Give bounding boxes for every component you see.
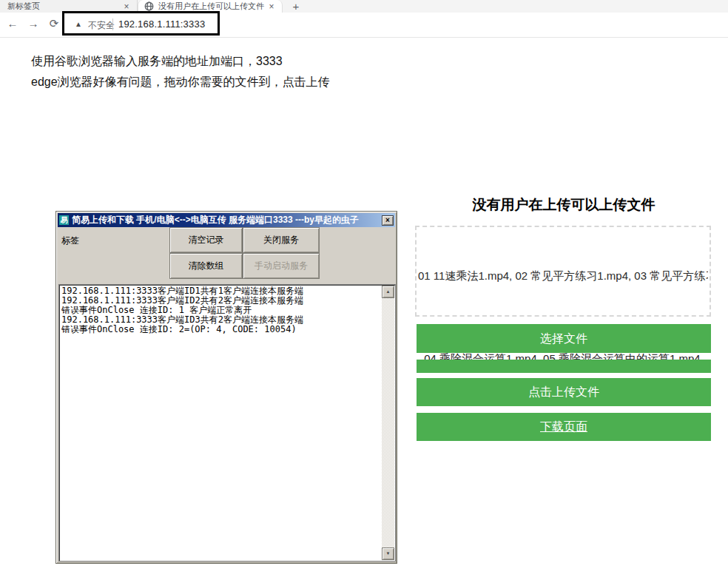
log-line: 错误事件OnClose 连接ID: 2=(OP: 4, CODE: 10054) xyxy=(61,325,380,334)
vertical-scrollbar[interactable]: ▲ ▼ xyxy=(382,286,394,560)
clear-records-button[interactable]: 清空记录 xyxy=(169,227,243,253)
log-lines: 192.168.1.111:3333客户端ID1共有1客户端连接本服务端 192… xyxy=(61,286,380,334)
link-label: 下载页面 xyxy=(540,420,587,433)
omnibox-divider xyxy=(112,18,113,30)
globe-icon xyxy=(144,1,154,11)
window-close-button[interactable]: × xyxy=(382,215,394,226)
not-secure-warning-icon: ▲ xyxy=(75,20,82,28)
static-label: 标签 xyxy=(61,235,79,247)
app-logo-icon: 易 xyxy=(59,215,69,225)
address-url[interactable]: 192.168.1.111:3333 xyxy=(118,18,205,30)
tab-upload-page[interactable]: 没有用户在上传可以上传文件 × xyxy=(138,0,283,13)
instruction-line-1: 使用谷歌浏览器输入服务端的地址加端口，3333 xyxy=(31,54,283,70)
clear-array-button[interactable]: 清除数组 xyxy=(169,253,243,279)
back-icon[interactable]: ← xyxy=(4,17,21,30)
scroll-down-icon[interactable]: ▼ xyxy=(382,547,394,560)
download-page-link[interactable]: 下载页面 xyxy=(417,413,711,441)
instruction-line-2: edge浏览器好像有问题，拖动你需要的文件到，点击上传 xyxy=(31,75,330,90)
connection-log-box[interactable]: 192.168.1.111:3333客户端ID1共有1客户端连接本服务端 192… xyxy=(58,284,396,562)
file-drop-zone[interactable]: 01 11速乘法1.mp4, 02 常见平方练习1.mp4, 03 常见平方练习… xyxy=(415,226,711,317)
browser-toolbar: ← → ⟳ ▲ 不安全 192.168.1.111:3333 xyxy=(0,13,728,38)
button-label: 清空记录 xyxy=(170,228,242,252)
close-icon[interactable]: × xyxy=(121,1,132,12)
security-label: 不安全 xyxy=(88,19,115,32)
button-label: 清除数组 xyxy=(170,254,242,278)
uploaded-file-list: 01 11速乘法1.mp4, 02 常见平方练习1.mp4, 03 常见平方练习… xyxy=(418,269,708,283)
forward-icon[interactable]: → xyxy=(25,17,41,30)
button-label: 点击上传文件 xyxy=(528,385,599,398)
select-files-button[interactable]: 选择文件 xyxy=(417,324,711,353)
close-icon[interactable]: × xyxy=(266,1,277,12)
manual-start-service-button-disabled: 手动启动服务 xyxy=(243,253,320,279)
tab-title: 没有用户在上传可以上传文件 xyxy=(158,1,266,12)
tab-bar: 新标签页 × 没有用户在上传可以上传文件 × + xyxy=(0,0,728,13)
window-title-bar[interactable]: 易 简易上传和下载 手机/电脑<-->电脑互传 服务端端口3333 ---by早… xyxy=(58,213,395,227)
new-tab-button[interactable]: + xyxy=(289,0,303,13)
upload-files-button[interactable]: 点击上传文件 xyxy=(417,378,711,406)
button-label: 关闭服务 xyxy=(243,228,319,252)
tab-new-tab-page[interactable]: 新标签页 × xyxy=(0,0,138,13)
reload-icon[interactable]: ⟳ xyxy=(46,17,62,30)
close-service-button[interactable]: 关闭服务 xyxy=(243,227,320,253)
button-label: 选择文件 xyxy=(540,332,587,345)
progress-bar xyxy=(417,360,711,373)
server-app-window: 易 简易上传和下载 手机/电脑<-->电脑互传 服务端端口3333 ---by早… xyxy=(55,211,397,564)
window-title: 简易上传和下载 手机/电脑<-->电脑互传 服务端端口3333 ---by早起的… xyxy=(72,214,382,226)
scroll-up-icon[interactable]: ▲ xyxy=(382,286,394,298)
tab-title: 新标签页 xyxy=(7,1,121,12)
button-label: 手动启动服务 xyxy=(243,254,319,278)
upload-status-heading: 没有用户在上传可以上传文件 xyxy=(417,195,711,215)
